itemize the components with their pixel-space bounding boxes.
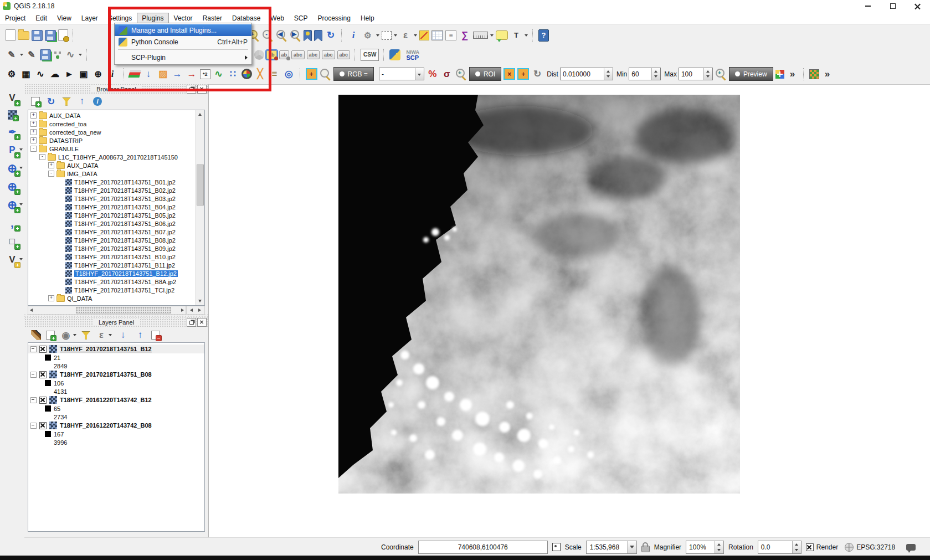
algorithm-icon[interactable]: ◎: [283, 68, 295, 80]
layer-expander[interactable]: [30, 397, 37, 403]
map-canvas[interactable]: [209, 84, 930, 537]
tree-item[interactable]: T18HYF_20170218T143751_TCI.jp2: [28, 286, 196, 294]
add-wfs-layer-icon[interactable]: ⊕: [4, 199, 20, 211]
tree-item[interactable]: T18HYF_20170218T143751_B10.jp2: [28, 253, 196, 261]
highlight-labels-icon[interactable]: abc: [291, 50, 305, 59]
menu-item-scp-plugin[interactable]: SCP-Plugin: [115, 52, 251, 63]
layer-visibility-checkbox[interactable]: [39, 422, 47, 429]
redo-roi-icon[interactable]: ↻: [531, 68, 543, 80]
export-tool-icon[interactable]: →: [186, 68, 198, 80]
menu-vector[interactable]: Vector: [169, 13, 198, 24]
tree-item[interactable]: T18HYF_20170218T143751_B09.jp2: [28, 244, 196, 253]
statistical-summary-icon[interactable]: ∑: [459, 29, 471, 42]
roi-plus-icon[interactable]: +: [517, 68, 529, 80]
refresh-browser-icon[interactable]: ↻: [45, 95, 57, 107]
add-spatialite-layer-icon[interactable]: ✒: [4, 126, 20, 138]
crs-status-button[interactable]: EPSG:32718: [845, 543, 895, 552]
float-panel-button[interactable]: [187, 85, 196, 94]
tree-item[interactable]: T18HYF_20170218T143751_B05.jp2: [28, 211, 196, 219]
classification-dock-icon[interactable]: ►: [63, 68, 75, 80]
scroll-down-icon[interactable]: [198, 300, 202, 302]
magnifier-input[interactable]: 100%: [686, 541, 724, 554]
help-icon[interactable]: ?: [538, 29, 549, 42]
add-roi-polygon-icon[interactable]: +: [306, 68, 317, 80]
band-calc-icon[interactable]: ▣: [78, 68, 90, 80]
layer-row[interactable]: T18HYF_20170218T143751_B12: [28, 345, 204, 353]
zoom-plus-icon[interactable]: +: [455, 68, 467, 80]
toolbar-overflow2-icon[interactable]: »: [821, 68, 834, 80]
spectral-signature-icon[interactable]: ∿: [34, 68, 47, 80]
layer-labeling-rule-icon[interactable]: ab: [279, 50, 290, 59]
open-project-icon[interactable]: [18, 31, 29, 40]
layer-visibility-checkbox[interactable]: [39, 346, 47, 353]
extent-toggle-icon[interactable]: [552, 543, 561, 551]
manage-layer-visibility-icon[interactable]: ◉: [60, 329, 76, 341]
menu-help[interactable]: Help: [356, 13, 379, 24]
rgb-band-combo[interactable]: -: [376, 68, 424, 80]
tree-item[interactable]: T18HYF_20170218T143751_B8A.jp2: [28, 278, 196, 286]
tree-item[interactable]: + QI_DATA: [28, 294, 196, 302]
scrollbar-thumb[interactable]: [197, 165, 204, 205]
tree-item[interactable]: - GRANULE: [28, 145, 196, 153]
menu-item-python-console[interactable]: Python Console Ctrl+Alt+P: [115, 36, 251, 48]
tree-item[interactable]: T18HYF_20170218T143751_B03.jp2: [28, 194, 196, 203]
digitize-icon[interactable]: [53, 50, 62, 59]
tree-item[interactable]: T18HYF_20170218T143751_B11.jp2: [28, 261, 196, 269]
browser-horizontal-scrollbar[interactable]: [28, 306, 186, 315]
menu-database[interactable]: Database: [227, 13, 265, 24]
tree-expander[interactable]: +: [48, 162, 54, 168]
collapse-all-layers-icon[interactable]: ↑: [134, 329, 146, 341]
download-products-icon[interactable]: ☁: [49, 68, 61, 80]
close-panel-button[interactable]: [197, 85, 207, 94]
panel-scroll-buttons[interactable]: [186, 306, 205, 315]
menu-web[interactable]: Web: [265, 13, 289, 24]
move-label-icon[interactable]: abc: [307, 50, 320, 59]
scrollbar-thumb[interactable]: [76, 307, 171, 314]
save-project-icon[interactable]: [32, 30, 43, 41]
tree-expander[interactable]: -: [30, 146, 37, 152]
scp-web-icon[interactable]: ⊕: [92, 68, 104, 80]
scp-about-icon[interactable]: i: [106, 68, 119, 80]
close-button[interactable]: [905, 0, 930, 12]
tree-item[interactable]: + corrected_toa: [28, 120, 196, 128]
select-by-expression-icon[interactable]: ε: [399, 29, 417, 42]
tree-expander[interactable]: +: [30, 129, 37, 135]
scatter-plot-icon[interactable]: ∷: [227, 68, 239, 80]
zoom-next-icon[interactable]: ▶: [290, 29, 301, 41]
menu-raster[interactable]: Raster: [198, 13, 227, 24]
gaussian-percent-icon[interactable]: %: [427, 68, 439, 80]
spectral-plot-icon[interactable]: ∿: [213, 68, 225, 80]
deselect-features-icon[interactable]: [419, 30, 429, 40]
add-postgis-layer-icon[interactable]: P: [4, 144, 20, 156]
edit-tools-icon[interactable]: ╳: [254, 68, 266, 80]
menu-processing[interactable]: Processing: [313, 13, 356, 24]
menu-plugins[interactable]: Plugins: [137, 13, 168, 24]
roi-radio[interactable]: ROI ROI: [469, 67, 501, 81]
menu-project[interactable]: Project: [0, 13, 30, 24]
add-selected-layers-icon[interactable]: [31, 97, 40, 106]
restore-button[interactable]: [880, 0, 905, 12]
scroll-left-icon[interactable]: [30, 309, 33, 312]
add-wcs-layer-icon[interactable]: ⊕: [4, 181, 20, 193]
max-input[interactable]: Max 100 Max: [663, 68, 713, 80]
select-features-icon[interactable]: [382, 31, 397, 40]
add-wms-layer-icon[interactable]: ⊕: [4, 162, 20, 174]
save-project-as-icon[interactable]: [45, 30, 56, 41]
add-delimited-text-layer-icon[interactable]: ,: [4, 217, 20, 229]
tree-item[interactable]: T18HYF_20170218T143751_B02.jp2: [28, 186, 196, 194]
tree-item[interactable]: - IMG_DATA: [28, 169, 196, 178]
expand-all-icon[interactable]: ↓: [117, 329, 129, 341]
menu-item-manage-install-plugins[interactable]: Manage and Install Plugins...: [115, 24, 251, 36]
csw-metasearch-icon[interactable]: CSW: [361, 49, 379, 61]
refresh-map-icon[interactable]: ↻: [325, 29, 337, 42]
tree-item[interactable]: + DATASTRIP: [28, 136, 196, 145]
scp-python-icon[interactable]: [389, 49, 400, 60]
scroll-left-icon[interactable]: [190, 309, 193, 312]
layer-row[interactable]: 65: [28, 404, 204, 413]
menu-edit[interactable]: Edit: [30, 13, 52, 24]
text-annotation-icon[interactable]: T: [510, 29, 528, 42]
open-attribute-table-icon[interactable]: [431, 30, 443, 40]
add-group-icon[interactable]: [46, 331, 55, 340]
multiply-bands-icon[interactable]: *2: [200, 69, 210, 79]
properties-widget-icon[interactable]: i: [93, 97, 102, 106]
